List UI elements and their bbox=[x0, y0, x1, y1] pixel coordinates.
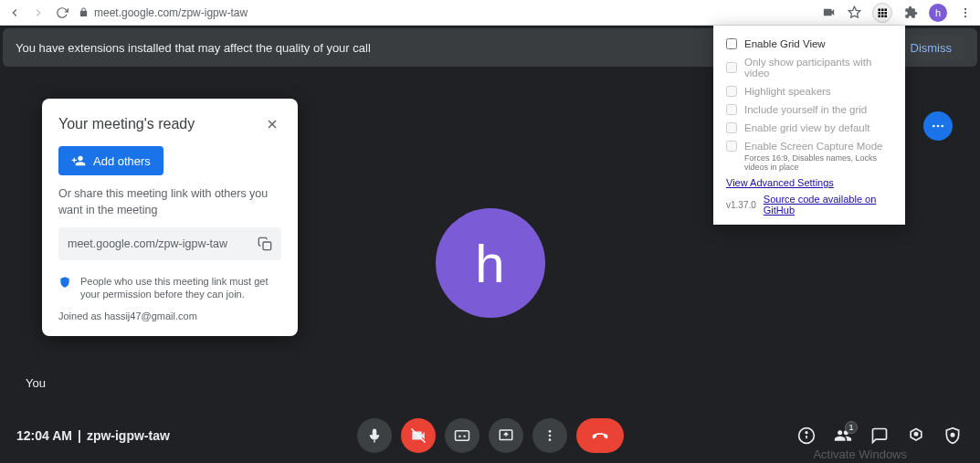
present-button[interactable] bbox=[489, 418, 523, 453]
svg-rect-5 bbox=[881, 12, 884, 15]
svg-point-10 bbox=[964, 7, 966, 9]
svg-point-25 bbox=[548, 438, 551, 441]
opt-include-self[interactable]: Include yourself in the grid bbox=[726, 100, 892, 119]
people-button[interactable]: 1 bbox=[834, 426, 852, 445]
copy-icon[interactable] bbox=[258, 237, 272, 251]
meet-stage: You have extensions installed that may a… bbox=[0, 26, 980, 463]
svg-rect-3 bbox=[885, 8, 888, 11]
svg-point-11 bbox=[964, 11, 966, 13]
svg-marker-0 bbox=[848, 6, 860, 17]
browser-menu-icon[interactable] bbox=[958, 5, 973, 20]
ext-version: v1.37.0 bbox=[726, 200, 756, 210]
more-button[interactable] bbox=[532, 418, 567, 453]
opt-default[interactable]: Enable grid view by default bbox=[726, 119, 892, 137]
svg-point-12 bbox=[964, 15, 966, 16]
extension-popup: Enable Grid View Only show participants … bbox=[713, 26, 905, 225]
ready-title: Your meeting's ready bbox=[58, 116, 195, 132]
svg-point-28 bbox=[806, 432, 807, 434]
svg-point-14 bbox=[937, 125, 940, 128]
more-options-button[interactable] bbox=[923, 111, 953, 141]
windows-watermark: Activate Windows bbox=[813, 447, 907, 461]
address-bar[interactable]: meet.google.com/zpw-igpw-taw bbox=[79, 6, 812, 19]
opt-enable-grid[interactable]: Enable Grid View bbox=[726, 35, 892, 53]
meeting-ready-card: Your meeting's ready Add others Or share… bbox=[42, 99, 298, 336]
svg-point-15 bbox=[941, 125, 943, 128]
dismiss-button[interactable]: Dismiss bbox=[898, 36, 965, 60]
captions-button[interactable] bbox=[445, 418, 479, 453]
meeting-link-text: meet.google.com/zpw-igpw-taw bbox=[68, 237, 227, 250]
advanced-settings-link[interactable]: View Advanced Settings bbox=[726, 177, 892, 188]
mic-button[interactable] bbox=[357, 418, 392, 453]
activities-button[interactable] bbox=[907, 426, 925, 445]
opt-only-video[interactable]: Only show participants with video bbox=[726, 53, 892, 82]
joined-as: Joined as hassij47@gmail.com bbox=[58, 310, 281, 321]
capture-subtext: Forces 16:9, Disables names, Locks video… bbox=[744, 153, 892, 172]
share-text: Or share this meeting link with others y… bbox=[58, 186, 281, 218]
banner-text: You have extensions installed that may a… bbox=[16, 41, 371, 55]
you-label: You bbox=[26, 376, 46, 390]
svg-rect-8 bbox=[881, 15, 884, 17]
host-controls-button[interactable] bbox=[943, 426, 962, 445]
svg-rect-18 bbox=[263, 242, 271, 250]
star-icon[interactable] bbox=[847, 5, 861, 20]
shield-icon bbox=[58, 276, 71, 289]
svg-rect-9 bbox=[885, 15, 888, 17]
source-link[interactable]: Source code available on GitHub bbox=[764, 194, 892, 216]
opt-highlight[interactable]: Highlight speakers bbox=[726, 82, 892, 100]
svg-rect-2 bbox=[881, 8, 884, 11]
profile-avatar[interactable]: h bbox=[929, 4, 947, 22]
browser-toolbar: meet.google.com/zpw-igpw-taw h bbox=[0, 0, 980, 26]
grid-extension-button[interactable] bbox=[872, 3, 892, 23]
hangup-button[interactable] bbox=[576, 418, 624, 453]
extensions-icon[interactable] bbox=[903, 5, 918, 20]
svg-point-24 bbox=[548, 435, 551, 437]
back-button[interactable] bbox=[7, 5, 22, 20]
opt-capture[interactable]: Enable Screen Capture Mode bbox=[726, 137, 892, 155]
url-text: meet.google.com/zpw-igpw-taw bbox=[94, 6, 248, 19]
add-others-button[interactable]: Add others bbox=[58, 146, 163, 175]
svg-rect-6 bbox=[885, 12, 888, 15]
info-button[interactable] bbox=[797, 426, 816, 445]
chat-button[interactable] bbox=[870, 426, 889, 445]
svg-point-31 bbox=[951, 434, 954, 437]
svg-rect-4 bbox=[879, 12, 881, 15]
close-icon[interactable] bbox=[263, 115, 281, 133]
camera-icon[interactable] bbox=[821, 5, 836, 20]
svg-rect-21 bbox=[455, 431, 469, 441]
meeting-link-box: meet.google.com/zpw-igpw-taw bbox=[58, 227, 281, 260]
participant-avatar: h bbox=[436, 208, 545, 318]
svg-point-30 bbox=[914, 433, 917, 436]
reload-button[interactable] bbox=[55, 5, 69, 20]
svg-point-13 bbox=[933, 125, 935, 128]
svg-rect-1 bbox=[879, 8, 881, 11]
time-meeting-code: 12:04 AM | zpw-igpw-taw bbox=[16, 428, 170, 443]
lock-icon bbox=[79, 7, 89, 17]
person-add-icon bbox=[71, 153, 86, 168]
camera-off-button[interactable] bbox=[401, 418, 436, 453]
permission-text: People who use this meeting link must ge… bbox=[80, 275, 281, 301]
svg-rect-7 bbox=[879, 15, 881, 17]
participant-count: 1 bbox=[845, 421, 858, 434]
forward-button[interactable] bbox=[31, 5, 46, 20]
svg-point-23 bbox=[548, 430, 551, 433]
